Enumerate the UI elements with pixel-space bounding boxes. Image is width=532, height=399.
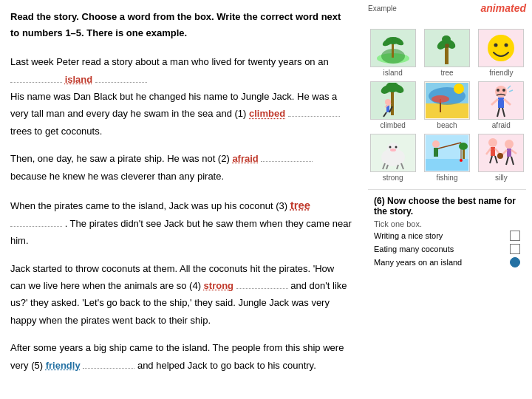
word-cell-tree: tree [422, 29, 471, 77]
image-island [370, 29, 416, 67]
svg-line-68 [511, 150, 516, 154]
answer-strong: strong [204, 280, 233, 291]
friendly-line [83, 368, 134, 369]
label-island: island [383, 69, 403, 77]
climbed-line [288, 116, 340, 117]
paragraph-5: After some years a big ship came to the … [10, 339, 352, 374]
svg-line-61 [486, 149, 491, 154]
svg-rect-25 [426, 103, 468, 118]
svg-point-11 [442, 35, 451, 43]
svg-point-71 [497, 153, 503, 159]
svg-rect-60 [491, 147, 495, 156]
answer-island-blank [10, 82, 62, 83]
svg-rect-66 [507, 149, 511, 157]
svg-line-70 [511, 157, 514, 165]
para4-text: Jack started to throw coconuts at them. … [10, 263, 334, 291]
label-beach: beach [437, 121, 457, 129]
svg-point-32 [497, 89, 499, 92]
svg-point-45 [390, 149, 396, 151]
afraid-line [261, 161, 313, 162]
option-label-3: Many years on an island [374, 258, 510, 267]
option-row-1[interactable]: Writing a nice story [374, 231, 520, 241]
answer-climbed: climbed [249, 108, 285, 119]
svg-point-58 [459, 143, 468, 150]
svg-line-39 [508, 86, 511, 89]
answer-friendly: friendly [46, 360, 81, 371]
para5-cont: and helped Jack to go back to his countr… [137, 360, 316, 371]
bottom-section: (6) Now choose the best name for the sto… [368, 189, 526, 276]
paragraph-4: Jack started to throw coconuts at them. … [10, 260, 352, 330]
svg-point-56 [460, 159, 463, 162]
option-row-2[interactable]: Eating many coconuts [374, 244, 520, 254]
svg-line-23 [383, 112, 386, 117]
strong-line [236, 288, 288, 289]
para3-text: When the pirates came to the island, Jac… [10, 200, 287, 211]
svg-rect-34 [498, 98, 504, 108]
svg-line-63 [490, 156, 492, 163]
right-panel: animated Example island [362, 0, 532, 399]
word-cell-friendly: friendly [477, 29, 526, 77]
image-beach [424, 81, 470, 120]
word-grid: island tree [368, 29, 526, 182]
image-afraid [478, 81, 524, 120]
tick-box-3[interactable] [510, 257, 520, 267]
para2-text: Then, one day, he saw a pirate ship. He … [10, 153, 230, 164]
image-strong [370, 134, 416, 172]
answer-tree: tree [290, 199, 311, 211]
svg-line-46 [383, 163, 385, 169]
left-panel: Read the story. Choose a word from the b… [0, 0, 362, 399]
svg-point-59 [488, 138, 497, 147]
svg-point-12 [445, 44, 449, 48]
svg-line-64 [495, 156, 497, 163]
svg-line-36 [504, 99, 511, 105]
para1-cont: His name was Dan Black but he changed hi… [10, 91, 337, 119]
svg-point-15 [505, 44, 508, 47]
option-label-2: Eating many coconuts [374, 245, 510, 253]
svg-line-35 [491, 99, 498, 105]
animated-label: animated [481, 2, 526, 14]
tick-box-2[interactable] [510, 244, 520, 254]
para2-cont: because he knew he was cleverer than any… [10, 171, 224, 182]
svg-line-69 [506, 157, 508, 165]
label-silly: silly [495, 174, 508, 182]
label-strong: strong [383, 174, 403, 182]
answer-island-line [95, 82, 147, 83]
tick-box-1[interactable] [510, 231, 520, 241]
svg-point-44 [395, 146, 397, 149]
word-cell-strong: strong [368, 134, 417, 182]
svg-line-38 [502, 108, 505, 117]
paragraph-3: When the pirates came to the island, Jac… [10, 195, 352, 250]
svg-line-47 [386, 165, 388, 169]
svg-point-43 [389, 146, 391, 149]
svg-point-28 [454, 83, 464, 94]
word-cell-afraid: afraid [477, 81, 526, 129]
image-friendly [478, 29, 524, 67]
image-tree [424, 29, 470, 67]
word-cell-beach: beach [422, 81, 471, 129]
svg-point-13 [488, 35, 514, 61]
word-cell-fishing: fishing [422, 134, 471, 182]
word-cell-island: island [368, 29, 417, 77]
word-cell-climbed: climbed [368, 81, 417, 129]
image-climbed [370, 81, 416, 120]
label-afraid: afraid [492, 121, 511, 129]
label-fishing: fishing [437, 174, 458, 182]
choose-title: (6) Now choose the best name for the sto… [374, 196, 520, 216]
option-label-1: Writing a nice story [374, 231, 510, 240]
image-fishing [424, 134, 470, 172]
tick-instruction: Tick one box. [374, 219, 520, 228]
label-climbed: climbed [380, 121, 405, 129]
svg-point-33 [502, 89, 505, 92]
para3-cont: . The pirates didn't see Jack but he saw… [10, 218, 352, 246]
svg-line-49 [401, 163, 403, 169]
instructions: Read the story. Choose a word from the b… [10, 9, 352, 41]
svg-point-52 [432, 140, 440, 148]
paragraph-1: Last week Peter read a story about a man… [10, 53, 352, 140]
svg-rect-53 [434, 148, 438, 157]
svg-line-40 [509, 90, 513, 92]
para1-text: Last week Peter read a story about a man… [10, 56, 329, 67]
svg-rect-57 [463, 149, 465, 159]
answer-island: island [65, 74, 93, 85]
label-tree: tree [440, 69, 453, 77]
option-row-3[interactable]: Many years on an island [374, 257, 520, 267]
